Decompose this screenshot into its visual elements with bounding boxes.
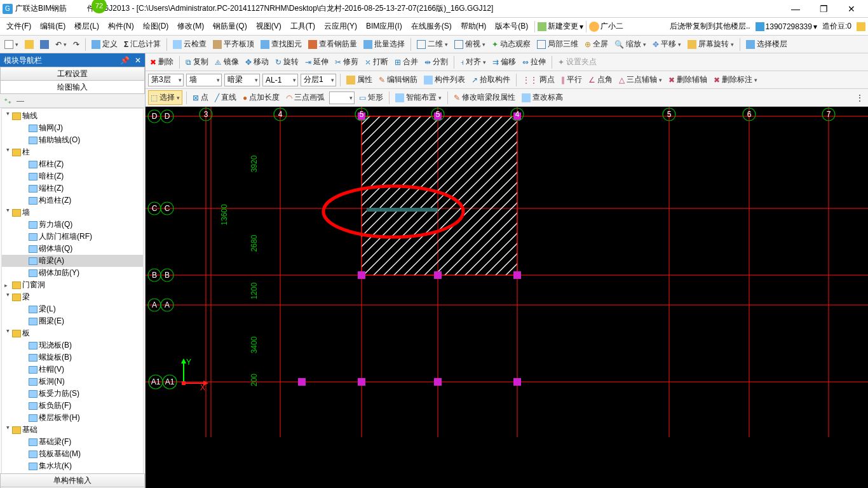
collapse-icon[interactable]: ― [17,97,24,105]
arc-mode-dropdown[interactable] [329,92,355,104]
layer-dropdown[interactable]: 分层1 [301,74,336,86]
fullscreen-button[interactable]: ⊕全屏 [583,37,610,51]
twopt-button[interactable]: ⋮⋮两点 [520,73,557,86]
svg-text:D: D [165,112,170,121]
subcat-dropdown[interactable]: 暗梁 [224,74,260,86]
menu-view[interactable]: 视图(V) [252,19,285,34]
mirror-button[interactable]: ⧌镜像 [213,55,241,69]
viewrebar-button[interactable]: 查看钢筋量 [306,37,359,51]
find-button[interactable]: 查找图元 [259,37,304,51]
panel-pin-icon[interactable]: 📌 [120,56,130,65]
define-button[interactable]: 定义 [90,37,119,51]
menu-draw[interactable]: 绘图(D) [139,19,173,34]
ptangle-button[interactable]: ∠点角 [587,73,614,86]
toolbar-overflow[interactable]: ⋮ [854,92,865,104]
phone-label[interactable]: 13907298339 ▾ [756,22,817,31]
parallel-button[interactable]: ∥平行 [559,73,584,86]
menu-online[interactable]: 在线服务(S) [407,19,456,34]
expand-icon[interactable]: ⁺₊ [4,97,11,105]
point-tool[interactable]: ⊠点 [191,91,210,104]
menu-edit[interactable]: 编辑(E) [36,19,69,34]
coin-icon[interactable] [857,22,865,31]
new-change-button[interactable]: 新建变更 ▾ [538,21,583,32]
attr-button[interactable]: 属性 [344,73,374,86]
titlebar: G 广联达BIM钢筋XXXX件 GGJ2013 - [C:\Users\Admi… [0,0,868,18]
zoom-button[interactable]: 🔍缩放▾ [613,37,648,51]
2d-button[interactable]: 二维▾ [415,37,450,51]
align-button[interactable]: ⫞对齐▾ [458,55,488,69]
break-button[interactable]: ⤫打断 [363,55,390,69]
undo-icon[interactable]: ↶▾ [53,39,69,50]
menu-bim[interactable]: BIM应用(I) [362,19,406,34]
member-dropdown[interactable]: AL-1 [262,74,298,86]
ptlen-tool[interactable]: ●点加长度 [241,91,281,104]
arc3-tool[interactable]: ◠三点画弧 [284,91,327,104]
drawing-canvas[interactable]: DD CC BB AA A1A1 34554 567 3920 13600 26… [146,107,868,488]
tab-single-member[interactable]: 单构件输入 [0,473,145,487]
offset-button[interactable]: ⇉偏移 [491,55,518,69]
post-copy-button[interactable]: 后浇带复制到其他楼层.. [666,19,754,34]
orbit-button[interactable]: ✦动态观察 [490,37,532,51]
move-button[interactable]: ✥移动 [243,55,271,69]
open-icon[interactable] [23,39,36,50]
batch-button[interactable]: 批量选择 [362,37,407,51]
split-button[interactable]: ⇹分割 [423,55,450,69]
tab-draw-input[interactable]: 绘图输入 [0,80,145,94]
trim-button[interactable]: ✂修剪 [333,55,360,69]
window-minimize[interactable]: — [782,0,810,18]
stretch-button[interactable]: ⇔拉伸 [520,55,548,69]
menu-rebar[interactable]: 钢筋量(Q) [209,19,250,34]
topview-button[interactable]: 俯视▾ [452,37,487,51]
panel-close-icon[interactable]: ✕ [135,56,141,65]
delete-button[interactable]: ✖删除 [148,55,175,69]
selfloor-button[interactable]: 选择楼层 [744,37,789,51]
user-button[interactable]: 广小二 [589,21,623,32]
menu-floor[interactable]: 楼层(L) [71,19,103,34]
new-icon[interactable]: ▾ [3,39,20,50]
copy-button[interactable]: ⧉复制 [184,55,210,69]
member-tree[interactable]: 轴线 轴网(J) 辅助轴线(O) 柱 框柱(Z) 暗柱(Z) 端柱(Z) 构造柱… [1,108,144,474]
viewlabel-button[interactable]: 查改标高 [520,91,565,104]
smart-button[interactable]: 智能布置▾ [393,91,444,104]
rotate-button[interactable]: ↻旋转 [273,55,301,69]
svg-text:5: 5 [667,110,672,119]
pick-button[interactable]: ↗拾取构件 [470,73,512,86]
save-icon[interactable] [38,39,51,50]
delaux-button[interactable]: ✖删除辅轴 [667,73,709,86]
rect-tool[interactable]: ▭矩形 [357,91,385,104]
line-tool[interactable]: ╱直线 [213,91,238,104]
svg-text:X: X [200,383,205,392]
menu-cloud[interactable]: 云应用(Y) [320,19,361,34]
modifyattr-button[interactable]: ✎修改暗梁段属性 [452,91,517,104]
svg-text:Y: Y [186,358,191,367]
window-close[interactable]: ✕ [837,0,865,18]
screenrot-button[interactable]: 屏幕旋转▾ [686,37,736,51]
extend-button[interactable]: ⇥延伸 [303,55,330,69]
pan-button[interactable]: ✥平移▾ [651,37,683,51]
tab-project-settings[interactable]: 工程设置 [0,67,145,81]
local3d-button[interactable]: 局部三维 [535,37,580,51]
menu-tools[interactable]: 工具(T) [287,19,319,34]
sum-button[interactable]: Σ 汇总计算 [122,37,163,51]
menu-version[interactable]: 版本号(B) [491,19,532,34]
flat-button[interactable]: 平齐板顶 [211,37,256,51]
category-dropdown[interactable]: 墙 [186,74,222,86]
menu-file[interactable]: 文件(F) [3,19,35,34]
menu-help[interactable]: 帮助(H) [457,19,491,34]
redo-icon[interactable]: ↷ [71,39,81,50]
menu-member[interactable]: 构件(N) [104,19,138,34]
floor-dropdown[interactable]: 第3层 [148,74,184,86]
editrebar-button[interactable]: ✎编辑钢筋 [377,73,419,86]
merge-button[interactable]: ⊞合并 [393,55,420,69]
threeaux-button[interactable]: △三点辅轴▾ [617,73,664,86]
memberlist-button[interactable]: 构件列表 [422,73,467,86]
panel-header: 模块导航栏 📌✕ [0,53,145,67]
svg-marker-70 [181,358,186,363]
svg-rect-14 [362,116,517,275]
menu-modify[interactable]: 修改(M) [173,19,208,34]
window-maximize[interactable]: ❐ [810,0,837,18]
tree-selected-hidden-beam[interactable]: 暗梁(A) [2,255,143,267]
cloudcheck-button[interactable]: 云检查 [171,37,208,51]
dellabel-button[interactable]: ✖删除标注▾ [712,73,759,86]
select-tool[interactable]: ⬚选择▾ [148,90,182,105]
